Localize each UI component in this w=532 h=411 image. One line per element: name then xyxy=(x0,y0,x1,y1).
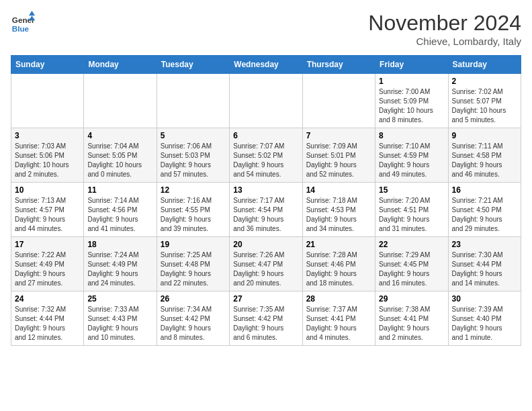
weekday-header-row: SundayMondayTuesdayWednesdayThursdayFrid… xyxy=(11,56,521,74)
day-number: 4 xyxy=(87,131,152,140)
day-number: 7 xyxy=(306,131,371,140)
calendar-cell: 19Sunrise: 7:25 AM Sunset: 4:48 PM Dayli… xyxy=(157,237,229,291)
day-info: Sunrise: 7:35 AM Sunset: 4:42 PM Dayligh… xyxy=(233,305,298,342)
calendar-cell: 14Sunrise: 7:18 AM Sunset: 4:53 PM Dayli… xyxy=(302,183,375,237)
calendar-cell xyxy=(11,74,84,128)
calendar-cell: 6Sunrise: 7:07 AM Sunset: 5:02 PM Daylig… xyxy=(230,128,302,183)
day-number: 16 xyxy=(452,185,517,195)
calendar-week-5: 24Sunrise: 7:32 AM Sunset: 4:44 PM Dayli… xyxy=(11,291,521,346)
calendar-cell: 27Sunrise: 7:35 AM Sunset: 4:42 PM Dayli… xyxy=(230,291,302,346)
day-info: Sunrise: 7:37 AM Sunset: 4:41 PM Dayligh… xyxy=(306,305,371,342)
day-info: Sunrise: 7:10 AM Sunset: 4:59 PM Dayligh… xyxy=(379,142,444,179)
day-number: 30 xyxy=(452,294,517,304)
weekday-sunday: Sunday xyxy=(11,56,84,74)
calendar-cell: 23Sunrise: 7:30 AM Sunset: 4:44 PM Dayli… xyxy=(448,237,521,291)
day-number: 15 xyxy=(379,185,444,195)
day-number: 11 xyxy=(87,185,152,195)
calendar-cell: 18Sunrise: 7:24 AM Sunset: 4:49 PM Dayli… xyxy=(84,237,157,291)
day-number: 23 xyxy=(452,240,517,249)
calendar-cell: 4Sunrise: 7:04 AM Sunset: 5:05 PM Daylig… xyxy=(84,128,157,183)
day-number: 29 xyxy=(379,294,444,304)
day-number: 27 xyxy=(233,294,298,304)
day-info: Sunrise: 7:30 AM Sunset: 4:44 PM Dayligh… xyxy=(452,250,517,288)
day-info: Sunrise: 7:02 AM Sunset: 5:07 PM Dayligh… xyxy=(452,87,517,125)
day-number: 21 xyxy=(306,240,371,249)
svg-text:Blue: Blue xyxy=(12,24,30,33)
calendar-cell: 7Sunrise: 7:09 AM Sunset: 5:01 PM Daylig… xyxy=(302,128,375,183)
day-info: Sunrise: 7:38 AM Sunset: 4:41 PM Dayligh… xyxy=(379,305,444,342)
day-info: Sunrise: 7:04 AM Sunset: 5:05 PM Dayligh… xyxy=(87,142,152,179)
day-info: Sunrise: 7:22 AM Sunset: 4:49 PM Dayligh… xyxy=(15,250,80,288)
calendar-cell: 25Sunrise: 7:33 AM Sunset: 4:43 PM Dayli… xyxy=(84,291,157,346)
calendar-body: 1Sunrise: 7:00 AM Sunset: 5:09 PM Daylig… xyxy=(11,74,521,346)
calendar-cell xyxy=(302,74,375,128)
day-info: Sunrise: 7:16 AM Sunset: 4:55 PM Dayligh… xyxy=(161,196,226,234)
day-number: 19 xyxy=(161,240,226,249)
day-number: 1 xyxy=(379,77,444,86)
day-number: 26 xyxy=(161,294,226,304)
day-info: Sunrise: 7:14 AM Sunset: 4:56 PM Dayligh… xyxy=(87,196,152,234)
calendar-week-4: 17Sunrise: 7:22 AM Sunset: 4:49 PM Dayli… xyxy=(11,237,521,291)
day-number: 18 xyxy=(87,240,152,249)
day-info: Sunrise: 7:06 AM Sunset: 5:03 PM Dayligh… xyxy=(161,142,226,179)
calendar-cell: 5Sunrise: 7:06 AM Sunset: 5:03 PM Daylig… xyxy=(157,128,229,183)
day-number: 2 xyxy=(452,77,517,86)
calendar-cell: 13Sunrise: 7:17 AM Sunset: 4:54 PM Dayli… xyxy=(230,183,302,237)
day-number: 22 xyxy=(379,240,444,249)
weekday-thursday: Thursday xyxy=(302,56,375,74)
calendar-cell: 20Sunrise: 7:26 AM Sunset: 4:47 PM Dayli… xyxy=(230,237,302,291)
calendar-cell: 3Sunrise: 7:03 AM Sunset: 5:06 PM Daylig… xyxy=(11,128,84,183)
day-number: 20 xyxy=(233,240,298,249)
calendar-cell xyxy=(230,74,302,128)
location: Chieve, Lombardy, Italy xyxy=(368,36,521,47)
day-info: Sunrise: 7:21 AM Sunset: 4:50 PM Dayligh… xyxy=(452,196,517,234)
day-info: Sunrise: 7:09 AM Sunset: 5:01 PM Dayligh… xyxy=(306,142,371,179)
day-info: Sunrise: 7:24 AM Sunset: 4:49 PM Dayligh… xyxy=(87,250,152,288)
day-number: 28 xyxy=(306,294,371,304)
calendar-cell: 16Sunrise: 7:21 AM Sunset: 4:50 PM Dayli… xyxy=(448,183,521,237)
weekday-monday: Monday xyxy=(84,56,157,74)
calendar-cell: 9Sunrise: 7:11 AM Sunset: 4:58 PM Daylig… xyxy=(448,128,521,183)
day-number: 25 xyxy=(87,294,152,304)
calendar-cell: 8Sunrise: 7:10 AM Sunset: 4:59 PM Daylig… xyxy=(375,128,448,183)
calendar-cell: 1Sunrise: 7:00 AM Sunset: 5:09 PM Daylig… xyxy=(375,74,448,128)
title-block: November 2024 Chieve, Lombardy, Italy xyxy=(368,11,521,47)
calendar-week-3: 10Sunrise: 7:13 AM Sunset: 4:57 PM Dayli… xyxy=(11,183,521,237)
calendar-cell xyxy=(84,74,157,128)
calendar-cell: 2Sunrise: 7:02 AM Sunset: 5:07 PM Daylig… xyxy=(448,74,521,128)
calendar-cell: 10Sunrise: 7:13 AM Sunset: 4:57 PM Dayli… xyxy=(11,183,84,237)
weekday-saturday: Saturday xyxy=(448,56,521,74)
calendar-cell xyxy=(157,74,229,128)
day-info: Sunrise: 7:29 AM Sunset: 4:45 PM Dayligh… xyxy=(379,250,444,288)
weekday-tuesday: Tuesday xyxy=(157,56,229,74)
day-number: 8 xyxy=(379,131,444,140)
day-info: Sunrise: 7:13 AM Sunset: 4:57 PM Dayligh… xyxy=(15,196,80,234)
day-number: 9 xyxy=(452,131,517,140)
day-info: Sunrise: 7:39 AM Sunset: 4:40 PM Dayligh… xyxy=(452,305,517,342)
day-number: 10 xyxy=(15,185,80,195)
logo-icon: General Blue xyxy=(11,11,35,35)
day-info: Sunrise: 7:00 AM Sunset: 5:09 PM Dayligh… xyxy=(379,87,444,125)
day-info: Sunrise: 7:17 AM Sunset: 4:54 PM Dayligh… xyxy=(233,196,298,234)
day-info: Sunrise: 7:18 AM Sunset: 4:53 PM Dayligh… xyxy=(306,196,371,234)
calendar-cell: 30Sunrise: 7:39 AM Sunset: 4:40 PM Dayli… xyxy=(448,291,521,346)
day-info: Sunrise: 7:28 AM Sunset: 4:46 PM Dayligh… xyxy=(306,250,371,288)
day-number: 13 xyxy=(233,185,298,195)
calendar-cell: 21Sunrise: 7:28 AM Sunset: 4:46 PM Dayli… xyxy=(302,237,375,291)
calendar-cell: 26Sunrise: 7:34 AM Sunset: 4:42 PM Dayli… xyxy=(157,291,229,346)
logo: General Blue xyxy=(11,11,38,35)
calendar-cell: 29Sunrise: 7:38 AM Sunset: 4:41 PM Dayli… xyxy=(375,291,448,346)
day-info: Sunrise: 7:33 AM Sunset: 4:43 PM Dayligh… xyxy=(87,305,152,342)
day-info: Sunrise: 7:34 AM Sunset: 4:42 PM Dayligh… xyxy=(161,305,226,342)
day-number: 24 xyxy=(15,294,80,304)
day-number: 14 xyxy=(306,185,371,195)
calendar-cell: 24Sunrise: 7:32 AM Sunset: 4:44 PM Dayli… xyxy=(11,291,84,346)
day-number: 12 xyxy=(161,185,226,195)
month-title: November 2024 xyxy=(368,11,521,36)
day-number: 5 xyxy=(161,131,226,140)
day-info: Sunrise: 7:07 AM Sunset: 5:02 PM Dayligh… xyxy=(233,142,298,179)
calendar-cell: 17Sunrise: 7:22 AM Sunset: 4:49 PM Dayli… xyxy=(11,237,84,291)
calendar-cell: 12Sunrise: 7:16 AM Sunset: 4:55 PM Dayli… xyxy=(157,183,229,237)
calendar-week-1: 1Sunrise: 7:00 AM Sunset: 5:09 PM Daylig… xyxy=(11,74,521,128)
day-info: Sunrise: 7:32 AM Sunset: 4:44 PM Dayligh… xyxy=(15,305,80,342)
